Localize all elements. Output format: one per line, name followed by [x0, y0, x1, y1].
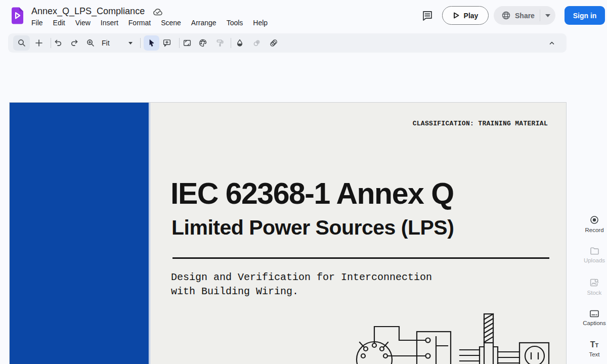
- record-icon: [589, 215, 599, 225]
- blur-button[interactable]: [252, 38, 262, 48]
- menu-tools[interactable]: Tools: [227, 19, 243, 27]
- play-icon: [453, 12, 460, 19]
- menu-arrange[interactable]: Arrange: [191, 19, 216, 27]
- toolbar-divider: [140, 38, 141, 48]
- zoom-fit-select[interactable]: Fit: [102, 39, 110, 47]
- text-icon: TT: [590, 341, 599, 349]
- play-button[interactable]: Play: [442, 6, 489, 25]
- captions-icon: [589, 309, 599, 318]
- comment-history-button[interactable]: [420, 9, 435, 23]
- doc-title[interactable]: Annex_Q_LPS_Compliance: [31, 6, 145, 17]
- redo-button[interactable]: [70, 38, 79, 48]
- background-frame-button[interactable]: [183, 38, 192, 48]
- menubar: File Edit View Insert Format Scene Arran…: [31, 19, 268, 27]
- play-button-label: Play: [464, 12, 479, 20]
- caret-down-icon: [545, 14, 550, 17]
- sidebar-item-stock[interactable]: Stock: [582, 278, 607, 296]
- share-button[interactable]: Share: [494, 6, 540, 25]
- circuit-illustration[interactable]: [350, 304, 562, 364]
- cloud-saved-icon[interactable]: [153, 8, 163, 17]
- sidebar-label: Stock: [587, 290, 602, 296]
- share-button-group: Share: [494, 6, 555, 25]
- search-icon: [17, 38, 26, 48]
- sidebar-item-uploads[interactable]: Uploads: [582, 247, 607, 263]
- search-button[interactable]: [13, 35, 30, 51]
- toolbar-divider: [179, 38, 180, 48]
- menu-help[interactable]: Help: [253, 19, 268, 27]
- add-comment-button[interactable]: [162, 38, 171, 48]
- classification-text[interactable]: CLASSIFICATION: TRAINING MATERIAL: [413, 120, 548, 127]
- sidebar-label: Captions: [583, 320, 605, 326]
- color-contrast-button[interactable]: [235, 38, 244, 48]
- collapse-toolbar-button[interactable]: [547, 38, 556, 48]
- slide-canvas[interactable]: CLASSIFICATION: TRAINING MATERIAL IEC 62…: [9, 102, 567, 364]
- sign-in-button[interactable]: Sign in: [565, 6, 605, 25]
- sidebar-item-captions[interactable]: Captions: [582, 309, 607, 326]
- menu-insert[interactable]: Insert: [101, 19, 118, 27]
- zoom-fit-caret-icon[interactable]: [128, 42, 133, 44]
- folder-icon: [590, 247, 599, 255]
- sidebar-item-text[interactable]: TT Text: [582, 341, 607, 357]
- stock-media-icon: [589, 278, 599, 288]
- menu-file[interactable]: File: [31, 19, 43, 27]
- guide-line: [149, 103, 150, 364]
- sidebar-label: Text: [589, 351, 599, 357]
- zoom-in-button[interactable]: [86, 38, 95, 48]
- select-tool-button[interactable]: [144, 35, 159, 51]
- menu-edit[interactable]: Edit: [53, 19, 65, 27]
- share-button-label: Share: [515, 12, 535, 20]
- toolbar-divider: [231, 38, 231, 48]
- undo-button[interactable]: [54, 38, 63, 48]
- slide-accent-bar[interactable]: [10, 103, 149, 364]
- palette-button[interactable]: [198, 38, 207, 48]
- globe-icon: [501, 11, 511, 20]
- cursor-icon: [147, 38, 156, 48]
- slide-subtitle[interactable]: Limited Power Sources (LPS): [171, 216, 454, 240]
- slide-body-text[interactable]: Design and Verification for Interconnect…: [171, 270, 432, 298]
- sidebar-label: Record: [585, 227, 603, 233]
- add-scene-button[interactable]: [34, 38, 44, 48]
- toolbar-divider: [51, 38, 51, 48]
- menu-format[interactable]: Format: [128, 19, 151, 27]
- menu-view[interactable]: View: [75, 19, 91, 27]
- slide-title[interactable]: IEC 62368-1 Annex Q: [170, 176, 454, 211]
- toolbar: Fit: [8, 33, 567, 53]
- sidebar-item-record[interactable]: Record: [582, 215, 607, 233]
- menu-scene[interactable]: Scene: [161, 19, 181, 27]
- share-dropdown-button[interactable]: [540, 6, 555, 25]
- sign-in-label: Sign in: [573, 12, 597, 20]
- paint-roller-button[interactable]: [215, 38, 225, 48]
- vids-logo-icon[interactable]: [11, 7, 24, 25]
- sidebar-label: Uploads: [584, 257, 605, 263]
- divider-rule[interactable]: [172, 257, 549, 259]
- effects-rings-button[interactable]: [269, 38, 278, 48]
